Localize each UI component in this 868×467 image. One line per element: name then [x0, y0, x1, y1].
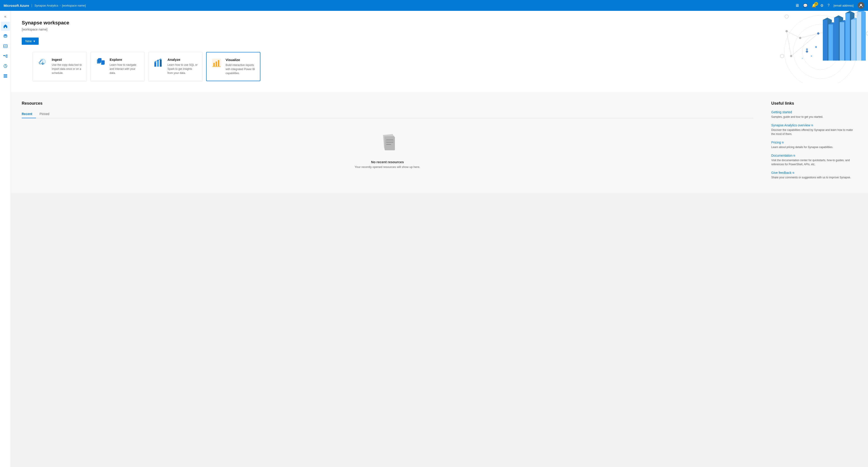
synapse-overview-link[interactable]: Synapse Analytics overview ⧉ — [771, 123, 857, 127]
visualize-icon — [211, 58, 222, 69]
empty-desc: Your recently opened resources will show… — [22, 165, 753, 168]
visualize-card[interactable]: Visualize Build interactive reports with… — [206, 52, 260, 81]
svg-rect-62 — [157, 61, 159, 67]
explore-card[interactable]: Explore Learn how to navigate and intera… — [90, 52, 145, 81]
svg-point-1 — [4, 34, 7, 36]
ingest-card-desc: Use the copy data tool to import data on… — [52, 63, 82, 75]
sidebar-item-manage[interactable] — [1, 71, 10, 81]
svg-rect-61 — [154, 62, 156, 67]
analyze-card-text: Analyze Learn how to use SQL or Spark to… — [167, 58, 198, 75]
explore-card-desc: Learn how to navigate and interact with … — [110, 63, 140, 75]
resources-title: Resources — [22, 101, 753, 106]
visualize-card-desc: Build interactive reports with integrate… — [225, 63, 255, 75]
synapse-overview-desc: Discover the capabilities offered by Syn… — [771, 128, 857, 136]
sidebar-item-monitor[interactable] — [1, 61, 10, 70]
empty-documents-icon — [22, 133, 753, 156]
svg-rect-7 — [4, 74, 7, 75]
sidebar: « — [0, 11, 11, 467]
ingest-icon — [37, 58, 48, 68]
brand-logo[interactable]: Microsoft Azure — [4, 4, 29, 7]
svg-point-19 — [785, 30, 788, 32]
resources-tabs: Recent Pinned — [22, 110, 753, 118]
documentation-link[interactable]: Documentation ⧉ — [771, 154, 857, 157]
tab-pinned[interactable]: Pinned — [39, 110, 53, 118]
explore-card-text: Explore Learn how to navigate and intera… — [110, 58, 140, 75]
notification-bell-icon[interactable]: 🔔 11 — [812, 3, 816, 8]
explore-card-title: Explore — [110, 58, 140, 61]
documentation-desc: Visit the documentation center for quick… — [771, 158, 857, 166]
link-pricing: Pricing ⧉ Learn about pricing details fo… — [771, 141, 857, 149]
svg-rect-5 — [6, 57, 7, 57]
svg-rect-4 — [6, 55, 7, 56]
analyze-card-desc: Learn how to use SQL or Spark to get ins… — [167, 63, 198, 75]
breadcrumb-workspace[interactable]: [workspace name] — [62, 4, 86, 7]
sidebar-item-home[interactable] — [1, 22, 10, 31]
sidebar-item-develop[interactable] — [1, 41, 10, 51]
action-cards: Ingest Use the copy data tool to import … — [22, 52, 857, 81]
main-content: Synapse workspace [workspace name] New ▾ — [11, 11, 868, 467]
empty-state: No recent resources Your recently opened… — [22, 124, 753, 178]
give-feedback-link[interactable]: Give feedback ⧉ — [771, 171, 857, 175]
ingest-card-text: Ingest Use the copy data tool to import … — [52, 58, 82, 75]
analyze-icon — [153, 58, 164, 68]
user-email[interactable]: [email address] — [834, 4, 854, 7]
empty-title: No recent resources — [22, 160, 753, 164]
pricing-desc: Learn about pricing details for Synapse … — [771, 145, 857, 149]
link-give-feedback: Give feedback ⧉ Share your comments or s… — [771, 171, 857, 180]
hero-section: Synapse workspace [workspace name] New ▾ — [11, 11, 868, 92]
useful-links-title: Useful links — [771, 101, 857, 106]
breadcrumb-synapse[interactable]: Synapse Analytics — [34, 4, 58, 7]
link-synapse-overview: Synapse Analytics overview ⧉ Discover th… — [771, 123, 857, 136]
getting-started-link[interactable]: Getting started — [771, 110, 857, 114]
sidebar-item-integrate[interactable] — [1, 52, 10, 61]
svg-point-47 — [806, 49, 808, 50]
sidebar-item-data[interactable] — [1, 32, 10, 41]
analyze-card[interactable]: Analyze Learn how to use SQL or Spark to… — [148, 52, 203, 81]
give-feedback-desc: Share your comments or suggestions with … — [771, 176, 857, 180]
sidebar-toggle[interactable]: « — [2, 13, 8, 20]
feedback-icon[interactable]: 💬 — [803, 3, 808, 8]
notification-badge: 11 — [814, 2, 818, 6]
getting-started-desc: Samples, guide and tour to get you start… — [771, 115, 857, 119]
hero-title: Synapse workspace — [22, 20, 857, 26]
visualize-card-title: Visualize — [225, 58, 255, 62]
svg-rect-73 — [385, 137, 395, 150]
external-link-icon: ⧉ — [811, 124, 813, 127]
ingest-card-title: Ingest — [52, 58, 82, 61]
tab-recent[interactable]: Recent — [22, 110, 36, 118]
breadcrumb: Synapse Analytics › [workspace name] — [34, 4, 86, 7]
user-avatar[interactable] — [858, 2, 864, 9]
useful-links-section: Useful links Getting started Samples, gu… — [771, 101, 857, 184]
svg-rect-63 — [160, 59, 162, 67]
help-icon[interactable]: ? — [828, 3, 830, 7]
top-navigation: Microsoft Azure | Synapse Analytics › [w… — [0, 0, 868, 11]
svg-point-20 — [799, 37, 801, 39]
resources-left: Resources Recent Pinned No recent r — [22, 101, 753, 184]
top-nav-right: 🖥 💬 🔔 11 ⚙ ? [email address] — [795, 2, 864, 9]
link-documentation: Documentation ⧉ Visit the documentation … — [771, 154, 857, 166]
external-link-icon-4: ⧉ — [793, 172, 794, 174]
svg-rect-8 — [4, 76, 7, 76]
svg-point-21 — [817, 32, 819, 35]
hero-subtitle: [workspace name] — [22, 28, 857, 31]
svg-rect-60 — [101, 60, 105, 64]
breadcrumb-arrow: › — [60, 4, 61, 7]
settings-icon[interactable]: ⚙ — [820, 3, 824, 8]
svg-point-49 — [785, 15, 788, 18]
svg-point-52 — [866, 32, 868, 35]
external-link-icon-2: ⧉ — [782, 141, 784, 144]
svg-rect-3 — [3, 55, 5, 56]
resources-section: Resources Recent Pinned No recent r — [11, 92, 868, 193]
analyze-card-title: Analyze — [167, 58, 198, 61]
explore-icon — [95, 58, 106, 68]
svg-point-45 — [815, 46, 817, 48]
nav-separator: | — [31, 4, 32, 7]
svg-rect-68 — [213, 63, 215, 66]
pricing-link[interactable]: Pricing ⧉ — [771, 141, 857, 144]
ingest-card[interactable]: Ingest Use the copy data tool to import … — [33, 52, 87, 81]
visualize-card-text: Visualize Build interactive reports with… — [225, 58, 255, 75]
cloud-shell-icon[interactable]: 🖥 — [795, 3, 799, 8]
new-button[interactable]: New ▾ — [22, 37, 39, 45]
svg-marker-44 — [861, 12, 866, 61]
svg-rect-43 — [857, 12, 861, 61]
